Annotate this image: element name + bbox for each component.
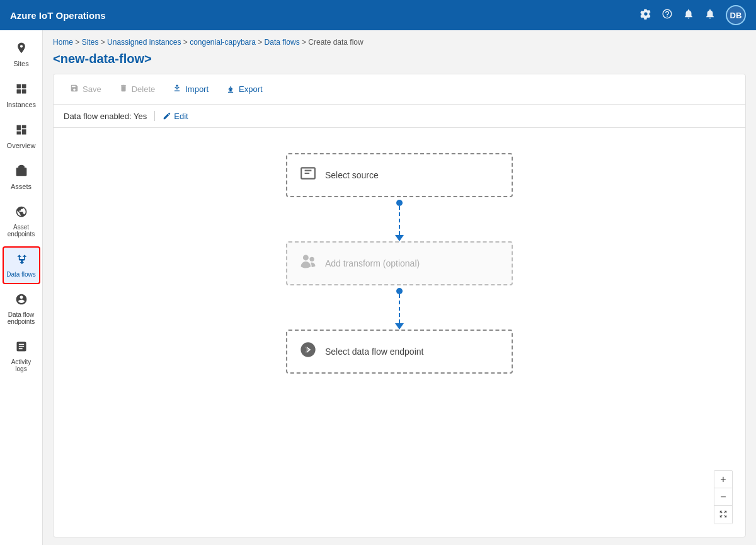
svg-rect-1: [21, 84, 26, 89]
edit-link[interactable]: Edit: [163, 112, 188, 121]
sidebar-item-activity-logs[interactable]: Activity logs: [3, 334, 40, 379]
help-icon[interactable]: [662, 8, 673, 22]
sites-icon: [15, 42, 28, 57]
flow-nodes: Select source Add transform (optional): [286, 153, 513, 374]
main-layout: Sites Instances Overview Assets Asset en: [0, 30, 756, 545]
page-title: <new-data-flow>: [53, 52, 746, 66]
status-text: Data flow enabled: Yes: [64, 112, 147, 121]
connector-dot-2: [396, 288, 403, 294]
zoom-controls: + −: [714, 470, 733, 524]
asset-endpoints-icon: [15, 205, 28, 221]
sidebar-item-instances[interactable]: Instances: [3, 76, 40, 115]
user-avatar[interactable]: DB: [726, 5, 746, 25]
delete-label: Delete: [132, 84, 156, 94]
breadcrumb: Home > Sites > Unassigned instances > co…: [53, 38, 746, 47]
alert-icon[interactable]: [704, 8, 716, 22]
sidebar-item-asset-endpoints-label: Asset endpoints: [6, 224, 37, 238]
breadcrumb-unassigned[interactable]: Unassigned instances: [107, 38, 181, 47]
sidebar-item-sites-label: Sites: [13, 60, 28, 67]
content-area: Home > Sites > Unassigned instances > co…: [43, 30, 756, 545]
destination-label: Select data flow endpoint: [325, 347, 423, 357]
overview-icon: [15, 123, 28, 139]
sidebar-item-data-flow-endpoints-label: Data flow endpoints: [6, 311, 37, 325]
sidebar-item-data-flows[interactable]: Data flows: [3, 246, 40, 284]
settings-icon[interactable]: [640, 8, 651, 22]
source-icon: [300, 165, 316, 185]
connector-line-1: [399, 206, 400, 235]
export-label: Export: [239, 84, 263, 94]
import-icon: [173, 84, 181, 95]
import-button[interactable]: Import: [166, 81, 215, 98]
toolbar: Save Delete Import: [54, 74, 745, 105]
delete-icon: [119, 84, 128, 95]
flow-canvas: Select source Add transform (optional): [54, 128, 745, 537]
breadcrumb-home[interactable]: Home: [53, 38, 73, 47]
activity-logs-icon: [15, 340, 28, 356]
zoom-out-icon: −: [720, 491, 726, 503]
instances-icon: [15, 83, 28, 98]
sidebar-item-overview-label: Overview: [7, 142, 36, 149]
connector-arrow-2: [395, 323, 404, 330]
export-icon: [226, 84, 235, 95]
connector-arrow-1: [395, 235, 404, 241]
sidebar-item-assets[interactable]: Assets: [3, 158, 40, 197]
import-label: Import: [185, 84, 209, 94]
zoom-in-button[interactable]: +: [714, 471, 732, 488]
svg-rect-0: [16, 84, 21, 89]
edit-label: Edit: [174, 112, 188, 121]
sidebar-item-sites[interactable]: Sites: [3, 35, 40, 74]
transform-icon: [300, 253, 316, 273]
status-divider: [154, 111, 155, 121]
connector-1: [395, 197, 404, 241]
connector-line-2: [399, 294, 400, 323]
export-button[interactable]: Export: [220, 81, 269, 98]
svg-rect-3: [21, 89, 26, 94]
zoom-fit-icon: [719, 510, 728, 520]
breadcrumb-current: Create data flow: [308, 38, 363, 47]
breadcrumb-sites[interactable]: Sites: [82, 38, 99, 47]
status-bar: Data flow enabled: Yes Edit: [54, 105, 745, 128]
sidebar: Sites Instances Overview Assets Asset en: [0, 30, 43, 545]
data-flows-icon: [15, 253, 28, 268]
destination-icon: [300, 341, 316, 362]
connector-dot-1: [396, 200, 403, 206]
zoom-fit-button[interactable]: [714, 506, 732, 524]
svg-rect-2: [16, 89, 21, 94]
topnav: Azure IoT Operations DB: [0, 0, 756, 30]
transform-label: Add transform (optional): [325, 258, 420, 268]
sidebar-item-instances-label: Instances: [6, 101, 36, 108]
zoom-out-button[interactable]: −: [714, 488, 732, 506]
sidebar-item-data-flow-endpoints[interactable]: Data flow endpoints: [3, 287, 40, 331]
source-node[interactable]: Select source: [286, 153, 513, 197]
source-label: Select source: [325, 170, 379, 180]
sidebar-item-overview[interactable]: Overview: [3, 117, 40, 156]
destination-node[interactable]: Select data flow endpoint: [286, 330, 513, 374]
sidebar-item-assets-label: Assets: [11, 183, 32, 190]
notification-bell-icon[interactable]: [683, 8, 694, 22]
zoom-in-icon: +: [720, 474, 726, 485]
sidebar-item-asset-endpoints[interactable]: Asset endpoints: [3, 199, 40, 244]
sidebar-item-data-flows-label: Data flows: [6, 271, 36, 278]
app-title: Azure IoT Operations: [10, 10, 640, 21]
save-label: Save: [83, 84, 101, 94]
delete-button[interactable]: Delete: [113, 81, 162, 98]
edit-icon: [163, 112, 171, 120]
save-button[interactable]: Save: [64, 81, 108, 98]
breadcrumb-instance[interactable]: congenial-capybara: [190, 38, 256, 47]
sidebar-item-activity-logs-label: Activity logs: [6, 359, 37, 372]
connector-2: [395, 285, 404, 330]
transform-node[interactable]: Add transform (optional): [286, 241, 513, 285]
assets-icon: [15, 164, 28, 180]
save-icon: [70, 84, 79, 95]
data-flow-endpoints-icon: [15, 293, 28, 309]
topnav-icons: DB: [640, 5, 746, 25]
breadcrumb-data-flows[interactable]: Data flows: [265, 38, 300, 47]
main-card: Save Delete Import: [53, 74, 746, 537]
